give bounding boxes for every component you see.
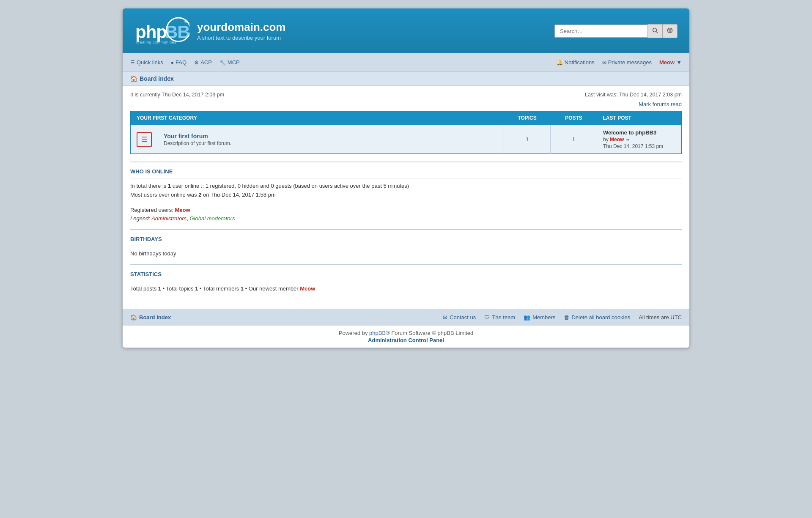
birthdays-section: BIRTHDAYS No birthdays today: [130, 229, 682, 258]
navbar-left: ☰ Quick links ● FAQ ⚙ ACP 🔧 MCP: [130, 54, 240, 71]
timezone-label: All times are UTC: [639, 314, 682, 321]
faq-label: FAQ: [176, 59, 187, 66]
current-time: It is currently Thu Dec 14, 2017 2:03 pm: [130, 92, 224, 98]
search-button[interactable]: [647, 24, 662, 38]
statistics-text: Total posts 1 • Total topics 1 • Total m…: [130, 285, 682, 293]
contact-us-label: Contact us: [450, 314, 476, 321]
quicklinks-label: Quick links: [137, 59, 163, 66]
legend-label: Legend:: [130, 215, 151, 222]
footer-bar: 🏠 Board index ✉ Contact us 🛡 The team 👥 …: [123, 309, 689, 326]
svg-text:®: ®: [184, 19, 188, 24]
forum-topics-count: 1: [504, 125, 551, 154]
lastpost-column-header: LAST POST: [597, 111, 682, 125]
contact-us-link[interactable]: ✉ Contact us: [443, 314, 476, 321]
members-label: Members: [532, 314, 555, 321]
breadcrumb-bar: 🏠 Board index: [123, 72, 689, 86]
search-input[interactable]: [554, 25, 647, 38]
powered-by: Powered by phpBB® Forum Software © phpBB…: [123, 326, 689, 348]
wrench-icon: 🔧: [219, 60, 226, 66]
registered-user-link[interactable]: Meow: [175, 207, 190, 213]
delete-cookies-link[interactable]: 🗑 Delete all board cookies: [564, 314, 630, 321]
the-team-link[interactable]: 🛡 The team: [484, 314, 515, 321]
lastpost-username[interactable]: Meow: [610, 137, 624, 143]
registered-label: Registered users:: [130, 207, 175, 213]
max-users-prefix: Most users ever online was: [130, 192, 198, 198]
legend-admins[interactable]: Administrators: [151, 215, 187, 222]
who-is-online-section: WHO IS ONLINE In total there is 1 user o…: [130, 162, 682, 223]
shield-icon: 🛡: [484, 314, 490, 321]
navbar-right: 🔔 Notifications ✉ Private messages Meow …: [557, 54, 682, 71]
total-posts-label: Total posts: [130, 285, 158, 292]
faq-link[interactable]: ● FAQ: [171, 54, 187, 71]
newest-member-label: • Our newest member: [244, 285, 300, 292]
notifications-link[interactable]: 🔔 Notifications: [557, 54, 595, 71]
forum-info-cell: Your first forum Description of your fir…: [158, 125, 504, 154]
header: php BB creating communities ® yourdomain…: [123, 8, 689, 53]
footer-right: ✉ Contact us 🛡 The team 👥 Members 🗑 Dele…: [443, 314, 682, 321]
footer-board-index-link[interactable]: 🏠 Board index: [130, 314, 171, 321]
phpbb-link[interactable]: phpBB: [369, 330, 386, 336]
footer-board-index-label: Board index: [139, 314, 171, 321]
home-icon: 🏠: [130, 75, 137, 82]
hamburger-icon: ☰: [130, 60, 135, 66]
total-posts-count: 1: [158, 285, 161, 292]
footer-left: 🏠 Board index: [130, 314, 171, 321]
lastpost-cell: Welcome to phpBB3 by Meow ➜ Thu Dec 14, …: [597, 125, 682, 154]
statistics-section: STATISTICS Total posts 1 • Total topics …: [130, 264, 682, 293]
gear-icon: ⚙: [194, 60, 199, 66]
max-users-suffix: on Thu Dec 14, 2017 1:58 pm: [201, 192, 275, 198]
advanced-search-button[interactable]: [662, 24, 678, 38]
lastpost-by-label: by: [603, 137, 609, 143]
admin-panel-link[interactable]: Administration Control Panel: [127, 337, 685, 343]
acp-label: ACP: [200, 59, 212, 66]
forum-icon: ☰: [137, 132, 152, 147]
footer-home-icon: 🏠: [130, 314, 137, 321]
site-tagline: A short text to describe your forum: [197, 35, 285, 41]
quicklinks-menu[interactable]: ☰ Quick links: [130, 54, 163, 71]
statistics-title: STATISTICS: [130, 271, 682, 277]
user-menu[interactable]: Meow ▼: [659, 54, 682, 71]
acp-link[interactable]: ⚙ ACP: [194, 54, 212, 71]
legend-line: Legend: Administrators, Global moderator…: [130, 214, 682, 223]
members-icon: 👥: [524, 314, 530, 321]
forum-posts-count: 1: [551, 125, 597, 154]
forum-icon-cell: ☰: [131, 125, 158, 154]
forum-name-link[interactable]: Your first forum: [164, 133, 498, 140]
private-messages-label: Private messages: [608, 59, 652, 66]
lastpost-title: Welcome to phpBB3: [603, 129, 675, 136]
online-text-suffix: user online :: 1 registered, 0 hidden an…: [171, 183, 409, 189]
mark-read-row: Mark forums read: [130, 101, 682, 107]
site-name: yourdomain.com: [197, 21, 285, 34]
newest-member-link[interactable]: Meow: [300, 285, 315, 292]
table-row: ☰ Your first forum Description of your f…: [131, 125, 682, 154]
view-post-icon[interactable]: ➜: [625, 137, 629, 142]
question-icon: ●: [171, 60, 174, 66]
online-stats-line2: Most users ever online was 2 on Thu Dec …: [130, 191, 682, 200]
forum-description: Description of your first forum.: [164, 140, 498, 146]
board-index-label: Board index: [140, 75, 174, 82]
category-header-row: YOUR FIRST CATEGORY TOPICS POSTS LAST PO…: [131, 111, 682, 125]
breadcrumb-board-index[interactable]: 🏠 Board index: [130, 75, 682, 82]
posts-column-header: POSTS: [551, 111, 597, 125]
birthdays-text: No birthdays today: [130, 249, 682, 258]
online-text-prefix: In total there is: [130, 183, 168, 189]
birthdays-title: BIRTHDAYS: [130, 236, 682, 242]
mark-forums-read-link[interactable]: Mark forums read: [639, 101, 682, 107]
members-link[interactable]: 👥 Members: [524, 314, 555, 321]
mcp-link[interactable]: 🔧 MCP: [219, 54, 240, 71]
svg-text:creating communities: creating communities: [136, 40, 176, 44]
registered-users-line: Registered users: Meow: [130, 206, 682, 215]
bell-icon: 🔔: [557, 60, 563, 66]
logo[interactable]: php BB creating communities ®: [134, 16, 189, 46]
main-content: It is currently Thu Dec 14, 2017 2:03 pm…: [123, 86, 689, 301]
username-label: Meow: [659, 59, 675, 66]
svg-text:php: php: [135, 22, 167, 42]
legend-moderators[interactable]: Global moderators: [189, 215, 235, 222]
last-visit: Last visit was: Thu Dec 14, 2017 2:03 pm: [585, 92, 682, 98]
svg-line-7: [656, 31, 658, 33]
private-messages-link[interactable]: ✉ Private messages: [602, 54, 652, 71]
the-team-label: The team: [492, 314, 515, 321]
dropdown-arrow-icon: ▼: [676, 59, 682, 66]
search-bar: [554, 24, 678, 38]
powered-prefix: Powered by: [339, 330, 369, 336]
